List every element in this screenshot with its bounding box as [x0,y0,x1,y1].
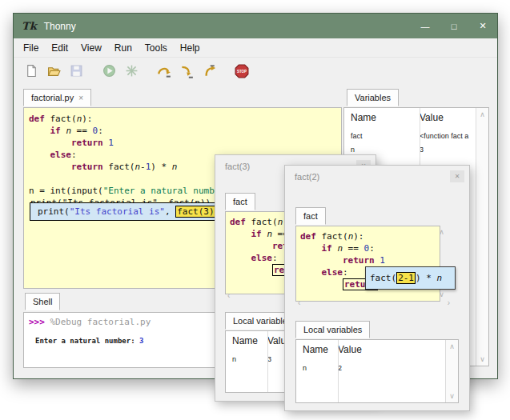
tab-shell[interactable]: Shell [25,293,60,310]
minimize-button[interactable]: — [411,14,440,38]
menu-run[interactable]: Run [108,40,139,56]
dialog-close-icon[interactable]: ✕ [450,170,464,182]
column-divider [267,331,268,392]
scroll-right-icon[interactable]: › [448,298,450,307]
scroll-up-icon[interactable]: ∧ [480,110,485,118]
scroll-up-icon[interactable]: ∧ [449,342,455,350]
column-value: Value [338,344,362,355]
code-line[interactable]: if n == 0: [29,125,341,137]
column-divider [338,340,339,402]
scroll-down-icon[interactable]: ∨ [480,355,485,363]
code-token: fact( [45,114,77,124]
close-button[interactable]: ✕ [468,14,497,38]
code-token: == [343,243,364,254]
scroll-up-icon[interactable]: ∧ [439,228,444,236]
table-scrollbar[interactable]: ∧ ∨ [445,340,458,402]
table-row[interactable]: n3 [344,140,488,154]
code-token: ) * [416,273,437,283]
save-file-icon [66,62,86,81]
title-bar[interactable]: Tk Thonny — □ ✕ [14,14,497,38]
code-token: 2-1 [396,272,416,284]
code-token: else [322,267,343,278]
code-token: if [322,243,332,254]
local-variables-label: Local variables [295,321,370,338]
code-token [300,267,322,278]
code-token: 1 [108,138,114,148]
step-out-icon[interactable] [199,62,219,81]
tab-fact[interactable]: fact [225,193,255,210]
table-row[interactable]: fact<function fact a [344,126,488,140]
code-line[interactable]: if n == 0: [300,242,440,254]
code-token: fact( [370,273,396,283]
shell-io-value: 3 [139,337,143,345]
new-file-icon[interactable] [22,62,41,81]
tab-close-icon[interactable]: × [78,94,83,102]
menu-help[interactable]: Help [174,40,207,56]
horizontal-scrollbar[interactable]: ‹ › [295,298,452,308]
step-over-icon[interactable] [155,62,174,81]
open-file-icon[interactable] [44,62,63,81]
code-token [230,265,272,275]
maximize-button[interactable]: □ [440,14,468,38]
debug-focus-statement: print("Its factorial is", fact(3)) [30,202,245,221]
variables-rows: fact<function fact an3 [344,126,488,154]
tab-label: fact [233,197,247,206]
code-token [29,126,50,136]
code-token: : [71,150,77,160]
label: Local variables [303,325,362,334]
code-token: if [251,229,262,239]
menu-view[interactable]: View [74,40,108,56]
cell-name: n [232,355,267,363]
code-token [29,162,71,172]
tab-variables[interactable]: Variables [347,89,399,106]
code-token: n [337,243,343,254]
code-token [300,255,343,266]
scroll-down-icon[interactable]: ∨ [449,392,455,400]
code-token [29,150,50,160]
scroll-left-icon[interactable]: ‹ [298,298,300,307]
code-token: ): [82,114,92,124]
tab-factorial-py[interactable]: factorial.py× [23,89,91,106]
table-row[interactable]: n2 [296,358,458,372]
dialog-code-view[interactable]: def fact(n): if n == 0: return 1 else: r… [295,226,440,302]
run-icon [99,62,118,81]
column-value: Value [420,112,444,123]
menu-tools[interactable]: Tools [139,40,174,56]
tab-fact[interactable]: fact [295,207,326,225]
thonny-logo-icon: Tk [22,20,37,32]
toolbar: STOP [14,58,497,84]
scroll-left-icon[interactable]: ‹ [227,291,230,300]
tab-label: Variables [355,93,391,102]
code-token: : [98,126,103,136]
code-token: ): [353,231,363,242]
code-token [300,279,343,290]
tab-label: fact [303,211,318,221]
menu-file[interactable]: File [17,40,45,56]
local-variables-table: Name Value n2 ∧ ∨ [295,339,459,403]
menu-edit[interactable]: Edit [45,40,74,56]
code-token [300,243,322,254]
code-token: return [71,138,103,148]
code-line[interactable]: return 1 [300,254,440,266]
code-line[interactable]: def fact(n): [29,113,341,125]
code-token: print( [38,206,70,217]
code-token: fact( [246,217,278,227]
column-name: Name [232,335,267,346]
code-token: ) * [151,162,172,172]
step-into-icon[interactable] [177,62,196,81]
code-token: n [172,162,178,172]
label: Local variables [233,316,291,326]
code-line[interactable]: return 1 [29,137,341,149]
code-token: "Its factorial is" [70,206,165,217]
variables-scrollbar[interactable]: ∧ ∨ [476,108,488,366]
code-line[interactable]: def fact(n): [300,230,440,242]
table-header: Name Value [296,340,458,358]
dialog-title: fact(3) [225,162,250,171]
stop-icon[interactable]: STOP [232,62,251,81]
code-token: : [272,253,278,263]
cell-name: n [303,364,338,372]
dialog-title: fact(2) [295,172,319,182]
desktop: Tk Thonny — □ ✕ File Edit View Run Tools… [0,0,510,420]
column-name: Name [351,112,420,123]
cell-value: 2 [338,364,452,372]
